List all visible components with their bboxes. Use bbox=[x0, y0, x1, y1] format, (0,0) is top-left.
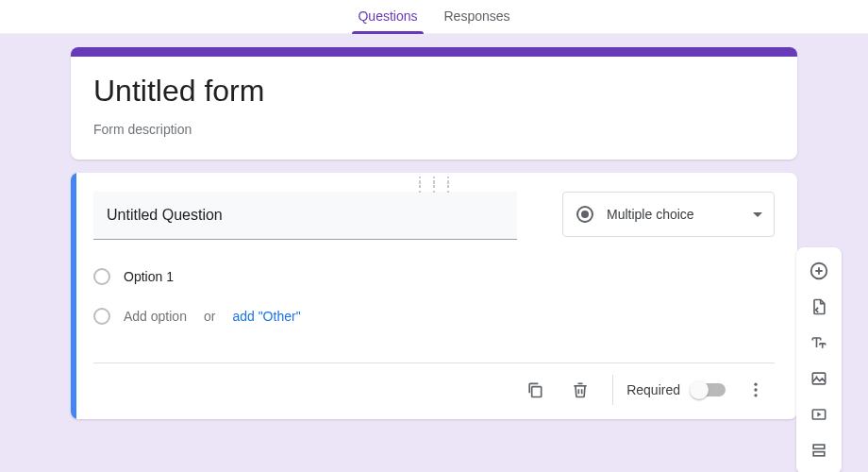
radio-outline-icon bbox=[93, 268, 110, 285]
text-icon bbox=[810, 333, 828, 352]
svg-point-3 bbox=[754, 394, 757, 396]
add-section-button[interactable] bbox=[800, 432, 838, 468]
svg-rect-9 bbox=[813, 452, 825, 456]
video-icon bbox=[810, 405, 828, 424]
form-header-card[interactable]: Untitled form Form description bbox=[71, 47, 797, 160]
more-vert-icon bbox=[746, 380, 765, 399]
svg-point-1 bbox=[754, 382, 757, 385]
required-label: Required bbox=[626, 382, 680, 397]
form-description[interactable]: Form description bbox=[93, 122, 775, 137]
svg-rect-8 bbox=[813, 445, 825, 448]
question-type-dropdown[interactable]: Multiple choice bbox=[562, 192, 775, 237]
image-icon bbox=[810, 369, 828, 388]
delete-button[interactable] bbox=[561, 371, 599, 409]
add-title-button[interactable] bbox=[800, 325, 838, 361]
question-type-label: Multiple choice bbox=[607, 207, 694, 222]
question-title-input[interactable] bbox=[93, 192, 517, 240]
plus-circle-icon bbox=[809, 261, 829, 281]
add-other-button[interactable]: add "Other" bbox=[232, 309, 300, 324]
side-toolbar bbox=[796, 247, 842, 472]
question-footer: Required bbox=[93, 362, 775, 408]
add-option-button[interactable]: Add option bbox=[124, 309, 187, 324]
editor-canvas: Untitled form Form description ⋮⋮⋮⋮⋮⋮ Mu… bbox=[0, 34, 868, 472]
or-label: or bbox=[204, 309, 215, 324]
tab-questions[interactable]: Questions bbox=[358, 8, 417, 33]
form-title[interactable]: Untitled form bbox=[93, 74, 775, 109]
question-card[interactable]: ⋮⋮⋮⋮⋮⋮ Multiple choice Option 1 Add op bbox=[71, 173, 797, 419]
section-icon bbox=[810, 441, 828, 460]
import-icon bbox=[810, 297, 828, 316]
radio-icon bbox=[576, 206, 593, 223]
duplicate-button[interactable] bbox=[516, 371, 554, 409]
tab-responses[interactable]: Responses bbox=[444, 8, 510, 33]
svg-point-2 bbox=[754, 388, 757, 391]
tab-bar: Questions Responses bbox=[0, 0, 868, 34]
add-video-button[interactable] bbox=[800, 396, 838, 432]
option-label[interactable]: Option 1 bbox=[124, 269, 174, 284]
add-image-button[interactable] bbox=[800, 361, 838, 396]
question-options: Option 1 Add option or add "Other" bbox=[93, 262, 775, 330]
copy-icon bbox=[526, 380, 544, 399]
trash-icon bbox=[571, 380, 590, 399]
chevron-down-icon bbox=[753, 212, 762, 217]
question-more-button[interactable] bbox=[737, 371, 775, 409]
add-question-button[interactable] bbox=[800, 253, 838, 289]
svg-rect-5 bbox=[812, 373, 825, 384]
required-toggle[interactable] bbox=[692, 383, 726, 396]
option-row[interactable]: Option 1 bbox=[93, 262, 775, 291]
svg-point-6 bbox=[816, 376, 818, 378]
import-questions-button[interactable] bbox=[800, 289, 838, 325]
drag-handle-icon[interactable]: ⋮⋮⋮⋮⋮⋮ bbox=[413, 178, 456, 190]
separator bbox=[612, 375, 613, 405]
svg-rect-0 bbox=[532, 386, 542, 396]
radio-outline-icon bbox=[93, 308, 110, 325]
